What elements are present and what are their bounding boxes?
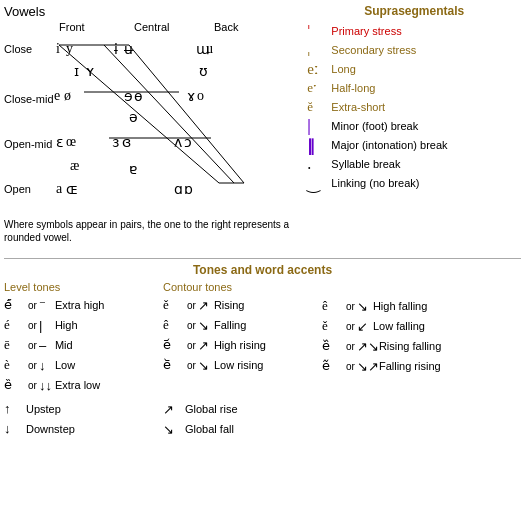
long-row: eː Long: [307, 60, 521, 78]
back-header: Back: [214, 21, 238, 33]
extra-high-sym: é̋: [4, 297, 26, 313]
rising-sym: ě: [163, 297, 185, 313]
level-tones-title: Level tones: [4, 281, 159, 293]
sym-Y: ʏ: [86, 63, 95, 80]
low-falling-bar: ↙: [357, 319, 373, 334]
suprasegmentals-section: Suprasegmentals ˈ Primary stress ˌ Secon…: [299, 4, 521, 254]
tones-section: Tones and word accents Level tones é̋ or…: [4, 254, 521, 439]
open-label: Open: [4, 183, 31, 195]
extra-low-label: Extra low: [55, 379, 100, 391]
close-label: Close: [4, 43, 32, 55]
high-sym: é: [4, 317, 26, 333]
major-break-label: Major (intonation) break: [331, 139, 447, 151]
mid-bar: –: [39, 338, 55, 353]
high-rising-bar: ↗: [198, 338, 214, 353]
linking-symbol: ‿: [307, 174, 331, 193]
right-row-rising-falling: e᷈ or ↗↘ Rising falling: [322, 336, 521, 356]
vowel-diagram: Front Central Back Close Close-mid Open-…: [4, 21, 299, 216]
minor-break-row: | Minor (foot) break: [307, 117, 521, 135]
high-bar: |: [39, 318, 55, 333]
contour-tones-title: Contour tones: [163, 281, 318, 293]
or-3: or: [28, 340, 37, 351]
minor-break-label: Minor (foot) break: [331, 120, 418, 132]
sym-epsilon: ɛ: [56, 134, 64, 151]
or-5: or: [28, 380, 37, 391]
right-row-high-falling: ê or ↘ High falling: [322, 296, 521, 316]
low-rising-label: Low rising: [214, 359, 264, 371]
downstep-row: ↓ Downstep: [4, 419, 159, 439]
downstep-label: Downstep: [26, 423, 75, 435]
or-1: or: [28, 300, 37, 311]
right-col-spacer: [322, 281, 521, 296]
global-rise-sym: ↗: [163, 402, 185, 417]
low-bar: ↓: [39, 358, 55, 373]
high-falling-bar: ↘: [357, 299, 373, 314]
falling-bar: ↘: [198, 318, 214, 333]
syllable-break-row: . Syllable break: [307, 155, 521, 173]
top-section: Vowels Front Central Back Close Close-mi…: [4, 4, 521, 254]
contour-row-falling: ê or ↘ Falling: [163, 315, 318, 335]
sym-script-a: ɑ: [174, 181, 183, 198]
right-row-low-falling: ě or ↙ Low falling: [322, 316, 521, 336]
sym-ae: æ: [70, 158, 79, 174]
upstep-row: ↑ Upstep: [4, 399, 159, 419]
contour-row-high-rising: e᷄ or ↗ High rising: [163, 335, 318, 355]
extra-high-bar: ⁻: [39, 297, 55, 313]
rising-label: Rising: [214, 299, 245, 311]
sym-u: u: [206, 41, 213, 57]
long-label: Long: [331, 63, 355, 75]
high-rising-sym: e᷄: [163, 337, 185, 353]
high-falling-sym: ê: [322, 298, 344, 314]
or-r1: or: [346, 301, 355, 312]
linking-row: ‿ Linking (no break): [307, 174, 521, 192]
extra-short-symbol: ĕ: [307, 99, 331, 115]
or-c2: or: [187, 320, 196, 331]
sym-oe: œ: [66, 134, 76, 150]
low-falling-sym: ě: [322, 318, 344, 334]
sym-u-central: ʉ: [124, 41, 133, 58]
tone-row-extra-low: ȅ or ↓↓ Extra low: [4, 375, 159, 395]
half-long-label: Half-long: [331, 82, 375, 94]
low-rising-sym: e᷅: [163, 357, 185, 373]
rising-falling-sym: e᷈: [322, 338, 344, 354]
extra-high-label: Extra high: [55, 299, 105, 311]
upstep-label: Upstep: [26, 403, 61, 415]
downstep-sym: ↓: [4, 421, 26, 437]
rising-falling-bar: ↗↘: [357, 339, 379, 354]
tone-row-mid: ē or – Mid: [4, 335, 159, 355]
or-c1: or: [187, 300, 196, 311]
sym-e: e: [54, 88, 60, 104]
central-header: Central: [134, 21, 169, 33]
global-fall-sym: ↘: [163, 422, 185, 437]
sym-I: ɪ: [74, 63, 79, 80]
contour-tones-col: Contour tones ě or ↗ Rising ê or ↘ Falli…: [163, 281, 318, 439]
sym-ram: ɤ: [187, 88, 195, 105]
falling-rising-sym: e᷉: [322, 358, 344, 374]
or-c4: or: [187, 360, 196, 371]
low-falling-label: Low falling: [373, 320, 425, 332]
or-4: or: [28, 360, 37, 371]
sym-turned-script-a: ɒ: [184, 181, 193, 198]
sym-turned-v: ʌ: [174, 134, 182, 151]
syllable-break-label: Syllable break: [331, 158, 400, 170]
global-fall-row: ↘ Global fall: [163, 419, 318, 439]
sym-o-slash: ø: [64, 88, 71, 104]
or-r4: or: [346, 361, 355, 372]
falling-sym: ê: [163, 317, 185, 333]
vowels-note: Where symbols appear in pairs, the one t…: [4, 218, 299, 244]
or-r2: or: [346, 321, 355, 332]
right-row-falling-rising: e᷉ or ↘↗ Falling rising: [322, 356, 521, 376]
extra-short-label: Extra-short: [331, 101, 385, 113]
level-tones-col: Level tones é̋ or ⁻ Extra high é or | Hi…: [4, 281, 159, 439]
sym-upsilon: ʊ: [199, 63, 208, 80]
primary-stress-label: Primary stress: [331, 25, 401, 37]
supraseg-title: Suprasegmentals: [307, 4, 521, 18]
mid-label: Mid: [55, 339, 73, 351]
tone-row-high: é or | High: [4, 315, 159, 335]
extra-low-bar: ↓↓: [39, 378, 55, 393]
major-break-symbol: ‖: [307, 136, 331, 155]
high-label: High: [55, 319, 78, 331]
primary-stress-row: ˈ Primary stress: [307, 22, 521, 40]
front-header: Front: [59, 21, 85, 33]
sym-i: i: [56, 41, 60, 57]
